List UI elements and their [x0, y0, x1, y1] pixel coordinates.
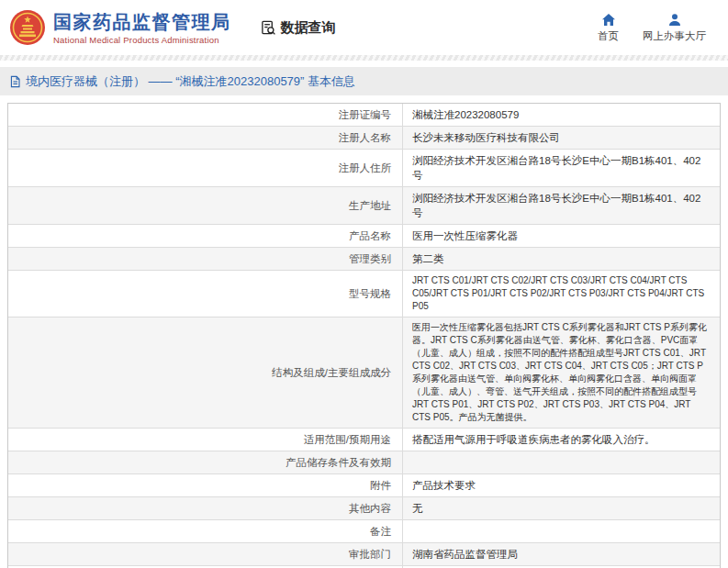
field-label-text: 注册证编号 — [339, 107, 392, 122]
field-label-text: 管理类别 — [349, 251, 391, 266]
field-label-text: 备注 — [370, 524, 391, 539]
site-title-en: National Medical Products Administration — [53, 35, 231, 45]
table-row: 审批部门 湖南省药品监督管理局 — [8, 543, 720, 566]
field-value: 湖南省药品监督管理局 — [403, 543, 720, 565]
field-value: 湘械注准20232080579 — [403, 104, 720, 126]
field-label-text: 生产地址 — [349, 198, 391, 213]
field-value: JRT CTS C01/JRT CTS C02/JRT CTS C03/JRT … — [403, 271, 720, 317]
field-label: 附件 — [8, 474, 403, 496]
top-nav: 首页 网上办事大厅 — [598, 13, 715, 43]
field-label-text: 注册人住所 — [339, 161, 392, 175]
home-icon — [601, 13, 616, 27]
field-value: 第二类 — [403, 248, 720, 270]
field-label: 型号规格 — [8, 271, 403, 317]
table-row: 结构及组成/主要组成成分 医用一次性压缩雾化器包括JRT CTS C系列雾化器和… — [8, 317, 720, 429]
site-header: 国家药品监督管理局 National Medical Products Admi… — [0, 0, 728, 55]
field-value: 医用一次性压缩雾化器包括JRT CTS C系列雾化器和JRT CTS P系列雾化… — [403, 317, 720, 428]
table-row: 生产地址 浏阳经济技术开发区湘台路18号长沙E中心一期B1栋401、402号 — [8, 187, 720, 225]
field-label-text: 注册人名称 — [339, 130, 392, 145]
field-label: 注册证编号 — [8, 104, 403, 126]
field-value: 医用一次性压缩雾化器 — [403, 225, 720, 247]
nav-service-hall[interactable]: 网上办事大厅 — [643, 13, 706, 43]
field-label-text: 产品名称 — [349, 228, 391, 243]
data-query-tab[interactable]: 数据查询 — [261, 19, 336, 37]
field-value: 浏阳经济技术开发区湘台路18号长沙E中心一期B1栋401、402号 — [403, 150, 720, 186]
field-value: 浏阳经济技术开发区湘台路18号长沙E中心一期B1栋401、402号 — [403, 187, 720, 224]
field-label: 结构及组成/主要组成成分 — [8, 317, 403, 428]
breadcrumb: 境内医疗器械（注册） —— “湘械注准20232080579” 基本信息 — [0, 67, 728, 95]
field-label: 备注 — [8, 520, 403, 542]
table-row: 注册人名称 长沙未来移动医疗科技有限公司 — [8, 127, 720, 150]
field-value — [403, 451, 720, 473]
table-row: 产品储存条件及有效期 — [8, 451, 720, 474]
table-row: 注册证编号 湘械注准20232080579 — [8, 104, 720, 127]
field-label-text: 审批部门 — [349, 547, 391, 562]
document-search-icon — [261, 20, 276, 36]
field-label: 管理类别 — [8, 248, 403, 270]
field-value: 搭配适用气源用于呼吸道疾病患者的雾化吸入治疗。 — [403, 429, 720, 451]
table-row: 适用范围/预期用途 搭配适用气源用于呼吸道疾病患者的雾化吸入治疗。 — [8, 429, 720, 451]
field-label: 适用范围/预期用途 — [8, 429, 403, 451]
field-label: 产品储存条件及有效期 — [8, 451, 403, 473]
site-title-cn: 国家药品监督管理局 — [53, 11, 231, 33]
field-label-text: 附件 — [370, 478, 391, 493]
field-label-text: 适用范围/预期用途 — [304, 432, 391, 447]
user-icon — [667, 13, 682, 27]
national-emblem-icon — [9, 9, 46, 46]
breadcrumb-text: 境内医疗器械（注册） —— “湘械注准20232080579” 基本信息 — [26, 73, 355, 90]
field-label-text: 型号规格 — [349, 286, 391, 301]
field-value: 长沙未来移动医疗科技有限公司 — [403, 127, 720, 149]
field-label-text: 产品储存条件及有效期 — [286, 455, 391, 470]
field-label: 审批部门 — [8, 543, 403, 565]
header-divider — [0, 55, 728, 61]
field-label: 注册人住所 — [8, 150, 403, 186]
field-label: 产品名称 — [8, 225, 403, 247]
registration-info-table: 注册证编号 湘械注准20232080579 注册人名称 长沙未来移动医疗科技有限… — [7, 103, 721, 568]
field-label: 生产地址 — [8, 187, 403, 224]
field-value: 无 — [403, 497, 720, 519]
field-value — [403, 520, 720, 542]
field-label-text: 其他内容 — [349, 501, 391, 516]
table-row: 产品名称 医用一次性压缩雾化器 — [8, 225, 720, 248]
brand-text: 国家药品监督管理局 National Medical Products Admi… — [53, 11, 231, 45]
document-icon — [9, 75, 21, 88]
brand-logo[interactable]: 国家药品监督管理局 National Medical Products Admi… — [9, 9, 231, 46]
field-label-text: 结构及组成/主要组成成分 — [272, 365, 391, 380]
table-row: 附件 产品技术要求 — [8, 474, 720, 497]
table-row: 注册人住所 浏阳经济技术开发区湘台路18号长沙E中心一期B1栋401、402号 — [8, 150, 720, 187]
table-row: 型号规格 JRT CTS C01/JRT CTS C02/JRT CTS C03… — [8, 271, 720, 317]
field-label: 其他内容 — [8, 497, 403, 519]
field-label: 注册人名称 — [8, 127, 403, 149]
nav-home-label: 首页 — [598, 29, 619, 43]
field-value: 产品技术要求 — [403, 474, 720, 496]
page: 国家药品监督管理局 National Medical Products Admi… — [0, 0, 728, 568]
table-row: 备注 — [8, 520, 720, 543]
data-query-label: 数据查询 — [281, 19, 336, 37]
table-row: 管理类别 第二类 — [8, 248, 720, 271]
nav-home[interactable]: 首页 — [598, 13, 619, 43]
nav-service-hall-label: 网上办事大厅 — [643, 29, 706, 43]
table-row: 其他内容 无 — [8, 497, 720, 520]
